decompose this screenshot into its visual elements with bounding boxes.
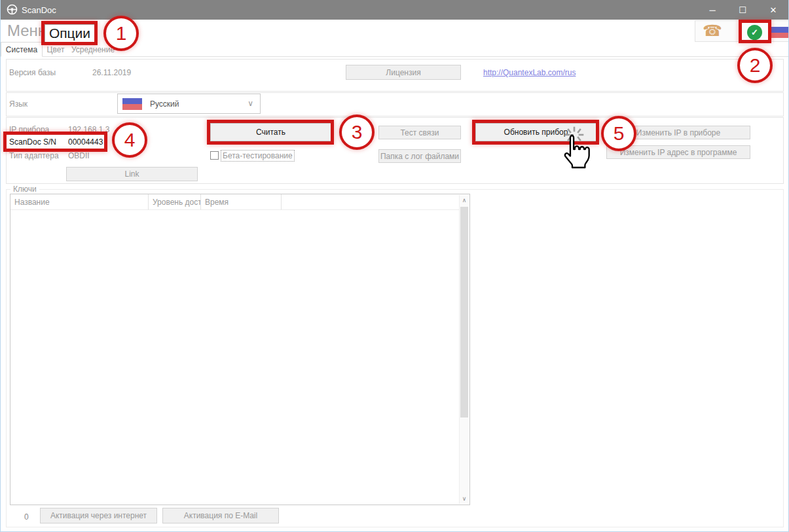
scroll-down-icon[interactable]: ∨ [460,493,469,504]
link-button[interactable]: Link [66,167,198,181]
adapter-type-value: OBDII [68,151,90,160]
tab-system[interactable]: Система [1,42,43,57]
db-version-value: 26.11.2019 [92,68,131,77]
annotation-box-serial [3,132,107,152]
column-header-time[interactable]: Время [201,194,282,210]
column-header-name[interactable]: Название [10,194,149,210]
annotation-box-read-button [207,120,334,145]
maximize-button[interactable]: ☐ [727,0,758,20]
steering-wheel-logo-icon [7,4,18,15]
close-button[interactable]: ✕ [758,0,788,20]
app-title: ScanDoc [22,5,56,15]
vertical-scrollbar[interactable]: ∧ ∨ [459,195,469,504]
annotation-circle-3: 3 [339,115,375,150]
activate-email-button[interactable]: Активация по E-Mail [162,508,279,523]
keys-group-title: Ключи [10,185,39,194]
phone-icon[interactable]: ☎ [703,22,722,40]
beta-testing-checkbox[interactable] [210,151,219,160]
activate-internet-button[interactable]: Активация через интернет [40,508,157,523]
language-select[interactable]: Русский ∨ [117,94,261,114]
link-test-button[interactable]: Тест связи [378,126,461,139]
chevron-down-icon: ∨ [248,99,253,108]
annotation-box-status-check [739,20,771,43]
log-folder-button[interactable]: Папка с лог файлами [378,149,461,163]
annotation-circle-1: 1 [103,16,139,51]
language-selected-value: Русский [150,99,179,109]
russian-flag-icon [122,98,142,110]
website-link[interactable]: http://QuantexLab.com/rus [483,68,576,77]
annotation-box-options [41,21,98,45]
license-button[interactable]: Лицензия [346,65,461,80]
keys-count: 0 [24,512,29,522]
russian-flag-icon[interactable] [771,27,789,38]
adapter-type-label: Тип адаптера [9,151,59,160]
column-header-filler [282,194,459,210]
db-version-label: Версия базы [9,68,56,77]
language-label: Язык [9,99,28,109]
annotation-circle-4: 4 [112,122,147,158]
scrollbar-thumb[interactable] [460,207,468,417]
beta-testing-label[interactable]: Бета-тестирование [221,151,294,161]
column-header-access-level[interactable]: Уровень досту... [149,194,201,210]
keys-table: Название Уровень досту... Время ∧ ∨ [10,194,470,505]
hand-cursor-icon [559,133,595,169]
keys-table-header: Название Уровень досту... Время [10,194,459,210]
annotation-circle-2: 2 [737,48,773,83]
annotation-circle-5: 5 [601,116,636,151]
scandoc-window: ScanDoc ─ ☐ ✕ Меню Опции ☎ ✓ Система Цве… [0,0,789,532]
minimize-button[interactable]: ─ [697,0,727,20]
scroll-up-icon[interactable]: ∧ [460,195,469,205]
